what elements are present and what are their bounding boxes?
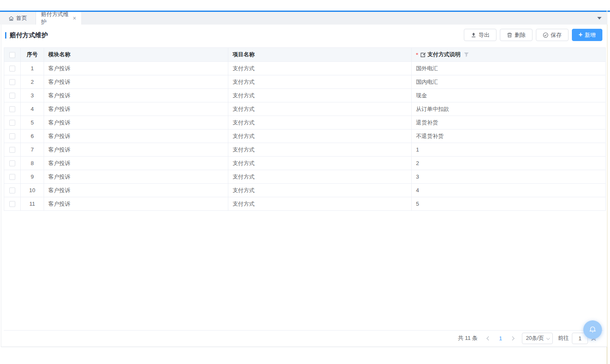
table-row: 5 客户投诉 支付方式 退货补货 xyxy=(4,116,606,130)
cell-module: 客户投诉 xyxy=(44,89,228,102)
table-container: 序号 模块名称 项目名称 * 支付方式说明 xyxy=(4,47,606,211)
cell-index: 9 xyxy=(21,170,44,184)
row-checkbox[interactable] xyxy=(9,133,15,139)
table-row: 11 客户投诉 支付方式 5 xyxy=(4,197,606,211)
table-row: 7 客户投诉 支付方式 1 xyxy=(4,143,606,157)
table-row: 3 客户投诉 支付方式 现金 xyxy=(4,89,606,102)
edit-icon xyxy=(420,52,426,58)
caret-down-icon[interactable] xyxy=(597,17,602,19)
cell-payment[interactable]: 5 xyxy=(412,197,606,211)
filter-funnel-icon[interactable] xyxy=(464,52,469,57)
cell-payment[interactable]: 从订单中扣款 xyxy=(412,102,606,116)
toolbar: 导出 删除 保存 + 新增 xyxy=(464,29,602,41)
trash-icon xyxy=(507,32,513,38)
cell-module: 客户投诉 xyxy=(44,197,228,211)
chevron-down-icon xyxy=(546,336,550,339)
cell-module: 客户投诉 xyxy=(44,170,228,184)
cell-project: 支付方式 xyxy=(228,102,412,116)
cell-payment[interactable]: 国外电汇 xyxy=(412,62,606,75)
row-checkbox[interactable] xyxy=(9,106,15,112)
add-label: 新增 xyxy=(585,31,596,39)
cell-project: 支付方式 xyxy=(228,143,412,157)
cell-module: 客户投诉 xyxy=(44,184,228,197)
tab-active[interactable]: 赔付方式维护 × xyxy=(36,12,82,25)
cell-index: 4 xyxy=(21,102,44,116)
cell-index: 11 xyxy=(21,197,44,211)
export-label: 导出 xyxy=(479,31,490,39)
row-checkbox[interactable] xyxy=(9,79,15,85)
row-checkbox[interactable] xyxy=(9,120,15,126)
cell-payment[interactable]: 国内电汇 xyxy=(412,75,606,89)
close-icon[interactable]: × xyxy=(73,15,76,21)
select-all-checkbox[interactable] xyxy=(9,52,15,58)
cell-index: 2 xyxy=(21,75,44,89)
table-row: 10 客户投诉 支付方式 4 xyxy=(4,184,606,197)
cell-payment[interactable]: 不退货补货 xyxy=(412,130,606,143)
page-number-current[interactable]: 1 xyxy=(496,335,506,342)
cell-project: 支付方式 xyxy=(228,62,412,75)
cell-module: 客户投诉 xyxy=(44,157,228,170)
delete-button[interactable]: 删除 xyxy=(500,29,532,41)
cell-module: 客户投诉 xyxy=(44,143,228,157)
cell-module: 客户投诉 xyxy=(44,62,228,75)
cell-payment[interactable]: 3 xyxy=(412,170,606,184)
cell-index: 3 xyxy=(21,89,44,102)
cell-project: 支付方式 xyxy=(228,184,412,197)
cell-module: 客户投诉 xyxy=(44,130,228,143)
upload-icon xyxy=(471,32,477,38)
cell-payment[interactable]: 2 xyxy=(412,157,606,170)
column-header-project: 项目名称 xyxy=(228,48,412,62)
page-title: 赔付方式维护 xyxy=(5,31,48,39)
row-checkbox[interactable] xyxy=(9,66,15,72)
row-checkbox[interactable] xyxy=(9,201,15,207)
cell-project: 支付方式 xyxy=(228,75,412,89)
cell-project: 支付方式 xyxy=(228,197,412,211)
home-icon xyxy=(8,16,14,21)
table-row: 4 客户投诉 支付方式 从订单中扣款 xyxy=(4,102,606,116)
cell-project: 支付方式 xyxy=(228,116,412,130)
cell-index: 5 xyxy=(21,116,44,130)
save-label: 保存 xyxy=(551,31,562,39)
row-checkbox[interactable] xyxy=(9,93,15,99)
row-checkbox[interactable] xyxy=(9,147,15,153)
table-row: 6 客户投诉 支付方式 不退货补货 xyxy=(4,130,606,143)
save-button[interactable]: 保存 xyxy=(536,29,568,41)
required-mark: * xyxy=(416,52,418,58)
add-button[interactable]: + 新增 xyxy=(572,29,602,41)
cell-payment[interactable]: 退货补货 xyxy=(412,116,606,130)
tab-active-label: 赔付方式维护 xyxy=(41,11,73,26)
cell-project: 支付方式 xyxy=(228,89,412,102)
column-header-payment: * 支付方式说明 xyxy=(412,48,606,62)
page-size-select[interactable]: 20条/页 xyxy=(522,333,553,344)
cell-module: 客户投诉 xyxy=(44,102,228,116)
cell-index: 7 xyxy=(21,143,44,157)
table-body: 1 客户投诉 支付方式 国外电汇 2 客户投诉 支付方式 国内电汇 3 客户投诉… xyxy=(4,62,606,211)
cell-module: 客户投诉 xyxy=(44,116,228,130)
column-header-module: 模块名称 xyxy=(44,48,228,62)
tab-home-label: 首页 xyxy=(16,14,27,22)
cell-module: 客户投诉 xyxy=(44,75,228,89)
cell-payment[interactable]: 1 xyxy=(412,143,606,157)
column-header-payment-label: 支付方式说明 xyxy=(427,51,460,58)
row-checkbox[interactable] xyxy=(9,188,15,193)
tab-home[interactable]: 首页 xyxy=(0,12,36,25)
cell-project: 支付方式 xyxy=(228,130,412,143)
page-size-value: 20条/页 xyxy=(526,335,544,342)
chevron-left-icon[interactable] xyxy=(484,333,494,343)
cell-project: 支付方式 xyxy=(228,170,412,184)
bell-icon xyxy=(588,325,597,334)
goto-label: 前往 xyxy=(558,334,569,342)
cell-index: 8 xyxy=(21,157,44,170)
export-button[interactable]: 导出 xyxy=(464,29,496,41)
table-row: 1 客户投诉 支付方式 国外电汇 xyxy=(4,62,606,75)
cell-index: 10 xyxy=(21,184,44,197)
app-window: 首页 赔付方式维护 × 赔付方式维护 导出 删除 xyxy=(0,0,610,364)
chevron-right-icon[interactable] xyxy=(507,333,518,343)
data-table: 序号 模块名称 项目名称 * 支付方式说明 xyxy=(4,47,606,211)
cell-payment[interactable]: 现金 xyxy=(412,89,606,102)
pagination-total: 共 11 条 xyxy=(458,334,478,342)
notification-fab[interactable] xyxy=(583,320,602,339)
row-checkbox[interactable] xyxy=(9,174,15,180)
cell-payment[interactable]: 4 xyxy=(412,184,606,197)
row-checkbox[interactable] xyxy=(9,160,15,166)
